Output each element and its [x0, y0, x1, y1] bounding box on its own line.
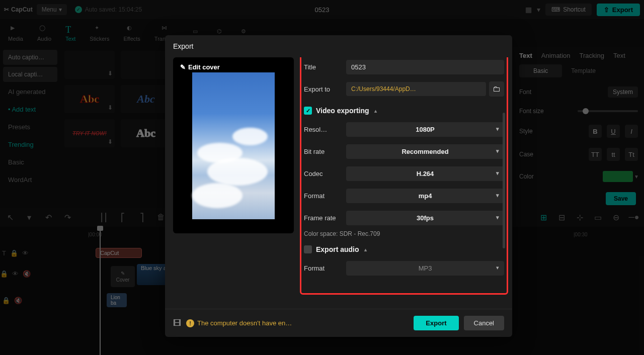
browse-folder-button[interactable]: 🗀 [489, 81, 504, 97]
section-label: Export audio [316, 245, 359, 253]
audio-export-checkbox[interactable] [304, 245, 312, 253]
audio-export-section[interactable]: Export audio ▴ [304, 245, 504, 253]
audio-format-select[interactable]: MP3 [346, 261, 504, 276]
form-scrollbar[interactable] [503, 113, 505, 248]
codec-select[interactable]: H.264 [346, 166, 504, 181]
format-select[interactable]: mp4 [346, 189, 504, 203]
warning-icon: ! [186, 319, 194, 327]
modal-footer: 🎞 ! The computer doesn't have en… Export… [165, 309, 512, 337]
pencil-icon: ✎ [180, 63, 186, 71]
export-path[interactable]: C:/Users/93444/AppD… [346, 82, 486, 96]
warning-text: The computer doesn't have en… [197, 319, 292, 327]
resolution-select[interactable]: 1080P [346, 122, 504, 137]
film-icon: 🎞 [173, 319, 181, 328]
export-modal: Export ✎ Edit cover Title [165, 35, 512, 337]
export-confirm-button[interactable]: Export [414, 316, 458, 330]
bitrate-label: Bit rate [304, 148, 346, 155]
title-label: Title [304, 63, 346, 71]
video-export-section[interactable]: ✓ Video exporting ▴ [304, 107, 504, 115]
colorspace-note: Color space: SDR - Rec.709 [304, 230, 504, 237]
collapse-icon: ▴ [364, 247, 367, 252]
cancel-button[interactable]: Cancel [464, 316, 504, 330]
warning-message: ! The computer doesn't have en… [186, 319, 292, 327]
folder-icon: 🗀 [493, 84, 501, 94]
codec-label: Codec [304, 170, 346, 178]
section-label: Video exporting [316, 107, 369, 115]
resolution-label: Resol… [304, 126, 346, 133]
title-input[interactable] [346, 60, 504, 74]
edit-cover-button[interactable]: ✎ Edit cover [180, 63, 220, 71]
exportto-label: Export to [304, 85, 346, 93]
edit-cover-label: Edit cover [188, 63, 220, 71]
audio-format-label: Format [304, 264, 346, 272]
exportto-row: Export to C:/Users/93444/AppD… 🗀 [304, 79, 504, 99]
cover-column: ✎ Edit cover [173, 57, 294, 309]
cover-image [192, 72, 275, 219]
framerate-select[interactable]: 30fps [346, 211, 504, 225]
video-export-checkbox[interactable]: ✓ [304, 107, 312, 115]
format-label: Format [304, 192, 346, 200]
collapse-icon: ▴ [374, 108, 377, 114]
title-row: Title [304, 57, 504, 76]
cover-preview: ✎ Edit cover [173, 57, 294, 233]
modal-title: Export [165, 35, 512, 57]
framerate-label: Frame rate [304, 214, 346, 222]
export-form: Title Export to C:/Users/93444/AppD… 🗀 ✓… [304, 57, 504, 309]
bitrate-select[interactable]: Recommended [346, 144, 504, 159]
